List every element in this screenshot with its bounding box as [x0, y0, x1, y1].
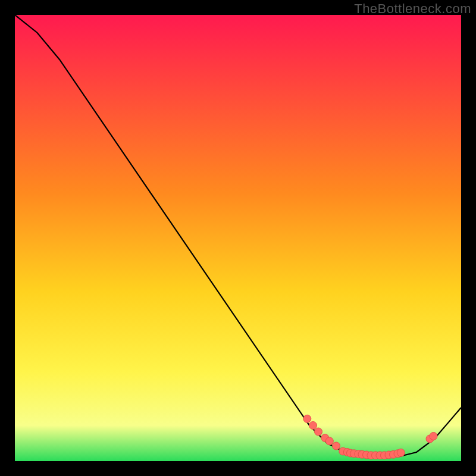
data-marker: [430, 433, 437, 440]
data-marker: [303, 415, 311, 422]
plot-area: [15, 15, 461, 461]
data-marker: [397, 449, 405, 456]
chart-frame: TheBottleneck.com: [0, 0, 476, 476]
chart-svg: [15, 15, 461, 461]
data-marker: [315, 428, 322, 436]
data-marker: [333, 442, 340, 450]
watermark-text: TheBottleneck.com: [354, 1, 471, 17]
data-marker: [309, 422, 317, 430]
data-marker: [325, 437, 333, 445]
gradient-backdrop: [15, 15, 461, 461]
